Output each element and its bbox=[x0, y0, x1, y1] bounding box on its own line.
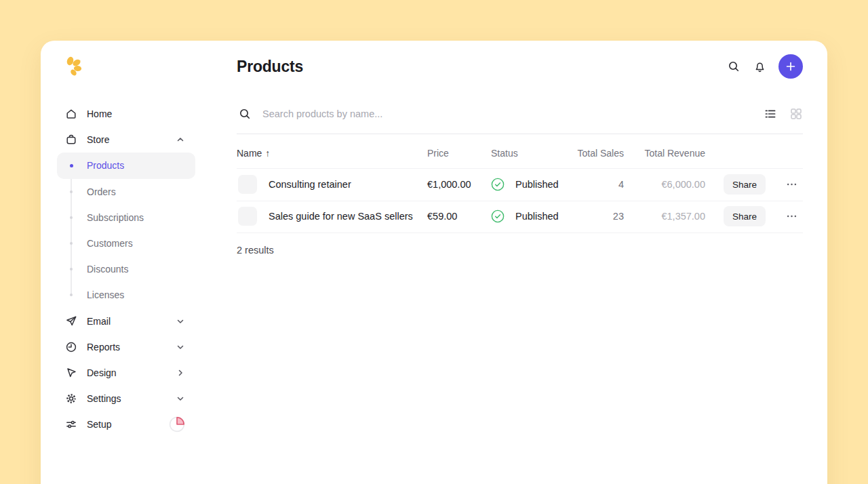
sidebar-item-label: Settings bbox=[87, 393, 121, 404]
share-button[interactable]: Share bbox=[724, 206, 766, 226]
sidebar-item-licenses[interactable]: Licenses bbox=[57, 282, 195, 308]
chevron-down-icon bbox=[175, 316, 186, 327]
sidebar-item-store[interactable]: Store bbox=[57, 127, 195, 153]
divider bbox=[237, 233, 803, 233]
sidebar-item-label: Reports bbox=[87, 342, 120, 352]
published-check-icon bbox=[491, 178, 505, 191]
lemon-logo[interactable] bbox=[64, 56, 84, 79]
product-thumbnail bbox=[238, 175, 257, 194]
product-price: €59.00 bbox=[427, 211, 457, 222]
create-new-button[interactable] bbox=[778, 54, 803, 79]
bell-icon[interactable] bbox=[753, 60, 766, 73]
clock-icon bbox=[65, 341, 77, 353]
total-sales-value: 4 bbox=[618, 179, 624, 190]
total-sales-value: 23 bbox=[613, 211, 624, 222]
total-revenue-value: €6,000.00 bbox=[661, 179, 705, 190]
divider bbox=[237, 134, 803, 134]
sidebar-item-products[interactable]: Products bbox=[57, 153, 195, 178]
sidebar-subitem-label: Subscriptions bbox=[87, 212, 144, 223]
main-content: Products Name↑ bbox=[237, 41, 803, 484]
sidebar-item-design[interactable]: Design bbox=[57, 360, 195, 386]
product-name: Consulting retainer bbox=[269, 179, 351, 190]
row-actions-menu-button[interactable] bbox=[783, 207, 800, 225]
grid-view-button[interactable] bbox=[789, 107, 803, 121]
column-header-name[interactable]: Name↑ bbox=[237, 148, 270, 159]
active-dot-icon bbox=[65, 164, 77, 167]
sidebar-item-subscriptions[interactable]: Subscriptions bbox=[57, 205, 195, 230]
column-header-price[interactable]: Price bbox=[427, 148, 449, 159]
product-name: Sales guide for new SaaS sellers bbox=[269, 211, 413, 222]
dot-icon bbox=[65, 268, 77, 270]
published-check-icon bbox=[491, 209, 505, 223]
sidebar-subitem-label: Orders bbox=[87, 186, 116, 197]
column-label: Name bbox=[237, 148, 262, 159]
total-revenue-value: €1,357.00 bbox=[661, 211, 705, 222]
search-icon[interactable] bbox=[727, 60, 741, 73]
share-button[interactable]: Share bbox=[724, 174, 766, 195]
product-search-input[interactable] bbox=[262, 104, 554, 123]
sidebar: Home Store Products Orders Subscriptions… bbox=[57, 101, 195, 437]
dot-icon bbox=[65, 190, 77, 193]
gear-icon bbox=[65, 392, 77, 405]
dot-icon bbox=[65, 216, 77, 219]
send-icon bbox=[65, 315, 77, 327]
column-header-total-revenue[interactable]: Total Revenue bbox=[644, 148, 705, 159]
search-products-icon bbox=[238, 107, 252, 121]
chevron-right-icon bbox=[175, 367, 186, 378]
sidebar-item-orders[interactable]: Orders bbox=[57, 179, 195, 205]
sidebar-subitem-label: Discounts bbox=[87, 264, 128, 275]
sidebar-item-discounts[interactable]: Discounts bbox=[57, 256, 195, 282]
view-toggle bbox=[764, 107, 803, 121]
column-header-status[interactable]: Status bbox=[491, 148, 518, 159]
table-row[interactable]: Sales guide for new SaaS sellers €59.00 … bbox=[237, 200, 803, 233]
sidebar-item-email[interactable]: Email bbox=[57, 308, 195, 334]
sidebar-item-setup[interactable]: Setup bbox=[57, 411, 195, 437]
column-header-total-sales[interactable]: Total Sales bbox=[578, 148, 624, 159]
sidebar-item-reports[interactable]: Reports bbox=[57, 334, 195, 360]
chevron-down-icon bbox=[175, 342, 186, 352]
sidebar-item-label: Home bbox=[87, 108, 112, 119]
dashboard-card: Home Store Products Orders Subscriptions… bbox=[41, 41, 827, 484]
chevron-down-icon bbox=[175, 393, 186, 404]
shopping-bag-icon bbox=[65, 134, 77, 146]
setup-progress-pie-icon bbox=[168, 416, 186, 433]
results-count: 2 results bbox=[237, 245, 274, 256]
row-actions-menu-button[interactable] bbox=[783, 176, 800, 193]
sidebar-subitem-label: Products bbox=[87, 160, 124, 171]
sort-asc-icon: ↑ bbox=[265, 148, 270, 159]
sidebar-item-settings[interactable]: Settings bbox=[57, 386, 195, 411]
sidebar-item-label: Setup bbox=[87, 419, 112, 430]
plus-icon bbox=[785, 61, 796, 72]
topbar-actions bbox=[727, 54, 803, 79]
sidebar-subitem-label: Licenses bbox=[87, 289, 124, 300]
lemon-logo-icon bbox=[64, 56, 84, 79]
ellipsis-icon bbox=[787, 215, 797, 218]
chevron-up-icon bbox=[175, 134, 186, 145]
sidebar-item-label: Store bbox=[87, 134, 109, 145]
ellipsis-icon bbox=[787, 183, 797, 186]
home-icon bbox=[65, 108, 77, 120]
status-label: Published bbox=[515, 211, 559, 222]
product-thumbnail bbox=[238, 207, 257, 226]
sidebar-item-home[interactable]: Home bbox=[57, 101, 195, 127]
sliders-icon bbox=[65, 418, 77, 430]
dot-icon bbox=[65, 294, 77, 296]
sidebar-item-label: Design bbox=[87, 367, 117, 378]
dot-icon bbox=[65, 242, 77, 245]
list-view-icon bbox=[764, 107, 777, 121]
sidebar-item-label: Email bbox=[87, 316, 111, 327]
sidebar-item-customers[interactable]: Customers bbox=[57, 230, 195, 256]
list-view-button[interactable] bbox=[764, 107, 777, 121]
cursor-icon bbox=[65, 367, 77, 379]
table-row[interactable]: Consulting retainer €1,000.00 Published … bbox=[237, 168, 803, 201]
page-title: Products bbox=[237, 58, 303, 76]
sidebar-subitem-label: Customers bbox=[87, 238, 133, 249]
product-price: €1,000.00 bbox=[427, 179, 471, 190]
status-label: Published bbox=[515, 179, 559, 190]
grid-view-icon bbox=[789, 107, 803, 121]
